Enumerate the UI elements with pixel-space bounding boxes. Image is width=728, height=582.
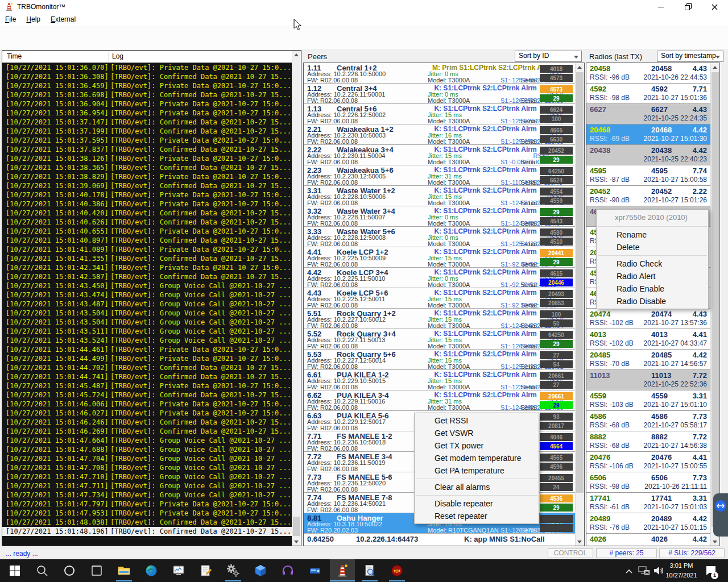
log-row[interactable]: [10/27/2021 15:01:37.837][TRBO/evt]: Con…	[2, 145, 292, 154]
menu-item-get-modem-temperature[interactable]: Get modem temperature	[415, 452, 539, 464]
peer-row[interactable]: 1.11Central 1+2M: Prim S1:LCPtrnk S2:LCP…	[304, 63, 584, 84]
log-row[interactable]: [10/27/2021 15:01:41.089][TRBO/evt]: Pri…	[2, 245, 292, 254]
log-row[interactable]: [10/27/2021 15:01:46.246][TRBO/evt]: Con…	[2, 418, 292, 427]
tat-app-icon[interactable]: t@t	[390, 564, 404, 577]
peer-row[interactable]: 2.22Waiakeakua 3+4K: S1:LCPtrnk S2:LCPtr…	[304, 145, 584, 165]
peer-row[interactable]: 5.52Rock Quarry 3+4K: S1:LCPtrnk S2:LCPt…	[304, 329, 584, 350]
peer-row[interactable]: 4.42Koele LCP 3+4K: S1:LCPtrnk S2:LCPtrn…	[304, 268, 584, 288]
menu-item-get-vswr[interactable]: Get VSWR	[415, 427, 539, 439]
log-row[interactable]: [10/27/2021 15:01:43.524][TRBO/evt]: Gro…	[2, 336, 292, 345]
menu-item-radio-enable[interactable]: Radio Enable	[597, 282, 708, 295]
peer-row[interactable]: 4.41Koele LCP 1+2K: S1:LCPtrnk S2:LCPtrn…	[304, 247, 584, 268]
log-row[interactable]: [10/27/2021 15:01:44.461][TRBO/evt]: Pri…	[2, 345, 292, 354]
minimize-button[interactable]	[651, 0, 671, 14]
log-row[interactable]: [10/27/2021 15:01:40.178][TRBO/evt]: Pri…	[2, 190, 292, 199]
radio-row[interactable]: 20438204384.422021-10-25 22:40:23	[586, 145, 719, 165]
log-row[interactable]: [10/27/2021 15:01:46.006][TRBO/evt]: Pri…	[2, 400, 292, 409]
scroll-down-arrow[interactable]	[711, 537, 719, 546]
peer-row[interactable]: 2.21Waiakeakua 1+2K: S1:LCPtrnk S2:LCPtr…	[304, 124, 584, 145]
log-row[interactable]: [10/27/2021 15:01:40.655][TRBO/evt]: Pri…	[2, 227, 292, 236]
radio-row[interactable]: 17741177413.31RSSI: -61 dB2021-10-27 15:…	[586, 493, 719, 513]
log-row[interactable]: [10/27/2021 15:01:47.797][TRBO/evt]: Pri…	[2, 500, 292, 509]
peer-row[interactable]: 3.31Waste Water 1+2K: S1:LCPtrnk S2:LCPt…	[304, 186, 584, 206]
peer-row[interactable]: 5.53Rock Quarry 5+6K: S1:LCPtrnk S2:LCPt…	[304, 350, 584, 370]
scroll-up-arrow[interactable]	[576, 63, 584, 72]
log-row[interactable]: [10/27/2021 15:01:47.704][TRBO/evt]: Gro…	[2, 454, 292, 463]
radio-row[interactable]: 459245927.71RSSI: -98 dB2021-10-27 15:01…	[586, 84, 719, 104]
radio-row[interactable]: 459545957.74RSSI: -87 dB2021-10-27 15:00…	[586, 165, 719, 186]
peer-row-mnis[interactable]: 0.6425010.2.226.14:64473K: app MNIS S1:N…	[304, 534, 584, 545]
log-scrollbar[interactable]	[292, 51, 301, 546]
menu-item-get-rssi[interactable]: Get RSSI	[415, 414, 539, 427]
peer-row[interactable]: 4.43Koele LCP 5+6K: S1:LCPtrnk S2:LCPtrn…	[304, 288, 584, 309]
log-row[interactable]: [10/27/2021 15:01:40.626][TRBO/evt]: Con…	[2, 218, 292, 227]
log-row[interactable]: [10/27/2021 15:01:37.595][TRBO/evt]: Pri…	[2, 136, 292, 145]
radio-row[interactable]: 888288827.72RSSI: -68 dB2021-10-27 14:56…	[586, 431, 719, 452]
log-row[interactable]: [10/27/2021 15:01:36.698][TRBO/evt]: Con…	[2, 90, 292, 99]
scroll-up-arrow[interactable]	[711, 63, 719, 72]
cube-app-icon[interactable]	[254, 564, 267, 577]
menu-file[interactable]: File	[0, 14, 21, 24]
log-row[interactable]: [10/27/2021 15:01:43.474][TRBO/evt]: Gro…	[2, 290, 292, 300]
menu-item-get-pa-temperature[interactable]: Get PA temperature	[415, 464, 539, 477]
log-row[interactable]: [10/27/2021 15:01:47.664][TRBO/evt]: Gro…	[2, 436, 292, 445]
log-row[interactable]: [10/27/2021 15:01:38.365][TRBO/evt]: Con…	[2, 163, 292, 172]
menu-item-radio-alert[interactable]: Radio Alert	[597, 270, 708, 282]
radio-row[interactable]: 20485204854.42RSSI: -70 dB2021-10-27 14:…	[586, 350, 719, 370]
peer-row[interactable]: 3.33Waste Water 5+6K: S1:LCPtrnk S2:LCPt…	[304, 227, 584, 247]
log-row[interactable]: [10/27/2021 15:01:40.897][TRBO/evt]: Con…	[2, 236, 292, 245]
log-row[interactable]: [10/27/2021 15:01:36.070][TRBO/evt]: Pri…	[2, 63, 292, 72]
menu-item-get-tx-power[interactable]: Get TX power	[415, 439, 539, 452]
radio-row[interactable]: 20452204522.22RSSI: -90 dB2021-10-27 15:…	[586, 186, 719, 206]
log-viewer-icon[interactable]	[363, 564, 377, 577]
log-row[interactable]: [10/27/2021 15:01:43.504][TRBO/evt]: Gro…	[2, 318, 292, 327]
start-icon[interactable]	[8, 564, 22, 577]
log-row[interactable]: [10/27/2021 15:01:43.504][TRBO/evt]: Gro…	[2, 309, 292, 318]
radio-row[interactable]: 20458204584.43RSSI: -96 dB2021-10-26 22:…	[586, 63, 719, 84]
peer-row[interactable]: 5.51Rock Quarry 1+2K: S1:LCPtrnk S2:LCPt…	[304, 309, 584, 329]
log-row[interactable]: [10/27/2021 15:01:44.499][TRBO/evt]: Pri…	[2, 354, 292, 363]
peers-scroll-thumb[interactable]	[576, 72, 584, 493]
trbomonitor-icon[interactable]	[336, 564, 349, 577]
radios-sort-dropdown[interactable]: Sort by timestamp	[657, 51, 723, 62]
log-row[interactable]: [10/27/2021 15:01:42.587][TRBO/evt]: Con…	[2, 272, 292, 281]
log-row[interactable]: [10/27/2021 15:01:48.038][TRBO/evt]: Con…	[2, 518, 292, 527]
remote-control-icon[interactable]	[715, 500, 726, 512]
log-row[interactable]: [10/27/2021 15:01:43.487][TRBO/evt]: Gro…	[2, 300, 292, 309]
radio-row[interactable]: 20489204894.42RSSI: -76 dB2021-10-27 15:…	[586, 513, 719, 534]
log-row[interactable]: [10/27/2021 15:01:38.829][TRBO/evt]: Pri…	[2, 172, 292, 181]
log-row[interactable]: [10/27/2021 15:01:44.741][TRBO/evt]: Con…	[2, 372, 292, 381]
peer-row[interactable]: 6.62PUA KILEA 3-4K: S1:LCPtrnk S2:LCPtrn…	[304, 390, 584, 411]
tray-chevron-icon[interactable]	[622, 565, 636, 579]
peer-row[interactable]: 1.13Central 5+6K: S1:LCPtrnk S2:LCPtrnk …	[304, 104, 584, 124]
log-row[interactable]: [10/27/2021 15:01:48.196][TRBO/evt]: Con…	[2, 527, 292, 536]
menu-help[interactable]: Help	[21, 14, 46, 24]
radio-row[interactable]: 458645867.73RSSI: -68 dB2021-10-27 05:58…	[586, 411, 719, 431]
log-row[interactable]: [10/27/2021 15:01:40.420][TRBO/evt]: Con…	[2, 209, 292, 218]
radio-row[interactable]: 455945593.31RSSI: -103 dB2021-10-27 15:0…	[586, 390, 719, 411]
radio-row[interactable]: 20476204764.41RSSI: -106 dB2021-10-27 15…	[586, 452, 719, 472]
scroll-down-arrow[interactable]	[292, 537, 301, 546]
close-button[interactable]	[704, 0, 725, 14]
restore-button[interactable]	[678, 0, 698, 14]
log-row[interactable]: [10/27/2021 15:01:36.954][TRBO/evt]: Pri…	[2, 109, 292, 118]
menu-item-disable-repeater[interactable]: Disable repeater	[415, 497, 539, 510]
network-icon[interactable]	[637, 564, 651, 577]
radio-row[interactable]: 20468204684.42RSSI: -69 dB2021-10-27 15:…	[586, 124, 719, 145]
log-row[interactable]: [10/27/2021 15:01:47.688][TRBO/evt]: Gro…	[2, 445, 292, 454]
log-row[interactable]: [10/27/2021 15:01:37.147][TRBO/evt]: Con…	[2, 118, 292, 127]
log-row[interactable]: [10/27/2021 15:01:46.269][TRBO/evt]: Con…	[2, 427, 292, 436]
log-row[interactable]: [10/27/2021 15:01:47.711][TRBO/evt]: Gro…	[2, 481, 292, 490]
tray-clock[interactable]: 3:01 PM 10/27/2021	[663, 561, 700, 580]
scroll-down-arrow[interactable]	[576, 537, 584, 546]
scroll-up-arrow[interactable]	[292, 51, 301, 59]
log-row[interactable]: [10/27/2021 15:01:36.308][TRBO/evt]: Con…	[2, 72, 292, 81]
log-row[interactable]: [10/27/2021 15:01:37.199][TRBO/evt]: Con…	[2, 127, 292, 136]
radio-row[interactable]: 402640264.42	[586, 534, 719, 546]
radios-scrollbar[interactable]	[710, 63, 719, 546]
log-row[interactable]: [10/27/2021 15:01:45.487][TRBO/evt]: Pri…	[2, 381, 292, 390]
radio-tool-icon[interactable]	[308, 564, 322, 577]
headset-app-icon[interactable]	[281, 564, 295, 577]
log-row[interactable]: [10/27/2021 15:01:43.511][TRBO/evt]: Gro…	[2, 327, 292, 336]
cortana-icon[interactable]	[63, 564, 76, 577]
